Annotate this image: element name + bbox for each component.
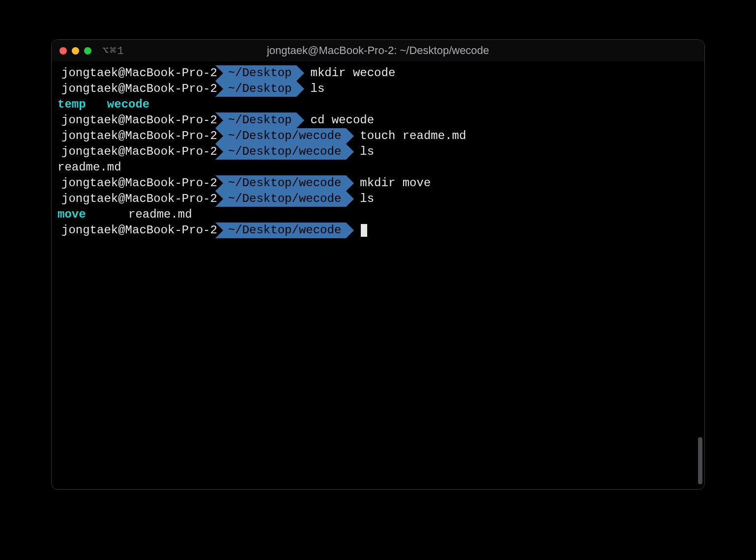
path-badge: ~/Desktop/wecode	[223, 223, 346, 238]
path-text: ~/Desktop/wecode	[225, 144, 344, 160]
command-text: cd wecode	[306, 112, 374, 128]
path-badge: ~/Desktop	[223, 65, 297, 81]
path-text: ~/Desktop	[225, 112, 295, 128]
path-text: ~/Desktop/wecode	[225, 223, 344, 238]
path-text: ~/Desktop/wecode	[225, 175, 344, 191]
command-text: ls	[356, 144, 374, 160]
path-badge: ~/Desktop/wecode	[223, 128, 346, 144]
prompt-line: jongtaek@MacBook-Pro-2 ~/Desktop/wecode …	[58, 128, 698, 144]
command-text: touch readme.md	[356, 128, 466, 144]
path-badge: ~/Desktop/wecode	[223, 175, 346, 191]
titlebar: ⌥⌘1 jongtaek@MacBook-Pro-2: ~/Desktop/we…	[52, 40, 704, 61]
prompt-host: jongtaek@MacBook-Pro-2	[58, 81, 223, 97]
cursor-icon	[361, 224, 367, 237]
path-text: ~/Desktop/wecode	[225, 128, 344, 144]
maximize-icon[interactable]	[84, 47, 91, 55]
prompt-host: jongtaek@MacBook-Pro-2	[58, 191, 223, 207]
path-badge: ~/Desktop	[223, 112, 297, 128]
prompt-line: jongtaek@MacBook-Pro-2 ~/Desktop cd weco…	[58, 112, 698, 128]
output-gap	[86, 207, 128, 223]
prompt-host: jongtaek@MacBook-Pro-2	[58, 65, 223, 81]
path-badge: ~/Desktop/wecode	[223, 144, 346, 160]
prompt-line: jongtaek@MacBook-Pro-2 ~/Desktop ls	[58, 81, 698, 97]
output-line: move readme.md	[58, 207, 698, 223]
window-title: jongtaek@MacBook-Pro-2: ~/Desktop/wecode	[52, 44, 704, 57]
output-gap	[86, 97, 107, 112]
prompt-host: jongtaek@MacBook-Pro-2	[58, 175, 223, 191]
tab-indicator: ⌥⌘1	[102, 44, 125, 57]
path-text: ~/Desktop	[225, 81, 295, 97]
close-icon[interactable]	[59, 47, 67, 55]
traffic-lights	[59, 47, 91, 55]
prompt-host: jongtaek@MacBook-Pro-2	[58, 112, 223, 128]
prompt-host: jongtaek@MacBook-Pro-2	[58, 144, 223, 160]
file-name: readme.md	[128, 207, 192, 223]
scrollbar[interactable]	[698, 437, 702, 484]
path-badge: ~/Desktop/wecode	[223, 191, 346, 207]
prompt-line: jongtaek@MacBook-Pro-2 ~/Desktop/wecode	[58, 223, 698, 238]
prompt-line: jongtaek@MacBook-Pro-2 ~/Desktop/wecode …	[58, 191, 698, 207]
dir-name: move	[58, 207, 86, 223]
command-text: ls	[356, 191, 374, 207]
path-text: ~/Desktop/wecode	[225, 191, 344, 207]
prompt-line: jongtaek@MacBook-Pro-2 ~/Desktop mkdir w…	[58, 65, 698, 81]
prompt-line: jongtaek@MacBook-Pro-2 ~/Desktop/wecode …	[58, 175, 698, 191]
prompt-host: jongtaek@MacBook-Pro-2	[58, 223, 223, 238]
command-text: mkdir wecode	[306, 65, 395, 81]
command-text: ls	[306, 81, 324, 97]
terminal-window: ⌥⌘1 jongtaek@MacBook-Pro-2: ~/Desktop/we…	[51, 39, 705, 490]
output-line: readme.md	[58, 160, 698, 175]
dir-name: temp	[58, 97, 86, 112]
prompt-host: jongtaek@MacBook-Pro-2	[58, 128, 223, 144]
file-name: readme.md	[58, 160, 121, 175]
path-text: ~/Desktop	[225, 65, 295, 81]
prompt-line: jongtaek@MacBook-Pro-2 ~/Desktop/wecode …	[58, 144, 698, 160]
terminal-body[interactable]: jongtaek@MacBook-Pro-2 ~/Desktop mkdir w…	[52, 61, 704, 489]
minimize-icon[interactable]	[72, 47, 79, 55]
path-badge: ~/Desktop	[223, 81, 297, 97]
output-line: temp wecode	[58, 97, 698, 112]
dir-name: wecode	[107, 97, 149, 112]
command-text: mkdir move	[356, 175, 431, 191]
